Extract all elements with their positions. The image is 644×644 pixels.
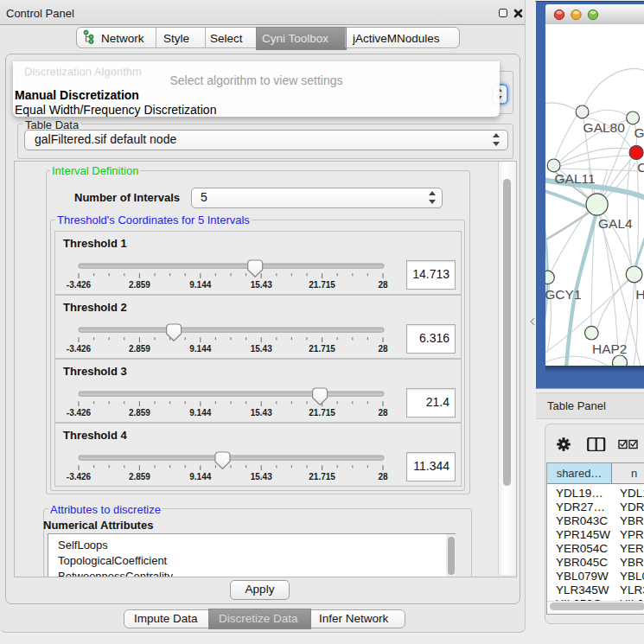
svg-text:9.144: 9.144 [189, 344, 211, 354]
svg-text:GAL4: GAL4 [598, 216, 633, 231]
svg-text:9.144: 9.144 [189, 408, 211, 418]
svg-text:15.43: 15.43 [251, 472, 272, 481]
svg-text:GAL11: GAL11 [555, 171, 596, 186]
svg-text:15.43: 15.43 [251, 280, 272, 290]
svg-text:GAL80: GAL80 [583, 120, 626, 135]
svg-text:21.715: 21.715 [309, 472, 335, 481]
svg-text:GAL7: GAL7 [634, 125, 644, 140]
svg-text:21.715: 21.715 [309, 280, 335, 290]
svg-text:HI: HI [636, 287, 644, 302]
svg-text:15.43: 15.43 [251, 344, 272, 354]
svg-text:28: 28 [378, 280, 388, 290]
svg-text:CY: CY [637, 160, 644, 175]
svg-text:-3.426: -3.426 [67, 280, 92, 290]
svg-text:21.715: 21.715 [309, 408, 335, 418]
svg-text:2.859: 2.859 [129, 280, 150, 290]
svg-text:-3.426: -3.426 [67, 408, 92, 418]
svg-text:28: 28 [378, 408, 388, 418]
svg-text:2.859: 2.859 [129, 472, 150, 481]
svg-text:-3.426: -3.426 [67, 344, 92, 354]
svg-text:-3.426: -3.426 [67, 472, 92, 481]
svg-text:28: 28 [378, 472, 388, 481]
svg-text:9.144: 9.144 [189, 472, 211, 481]
svg-text:15.43: 15.43 [251, 408, 272, 418]
svg-text:21.715: 21.715 [309, 344, 335, 354]
svg-text:HAP2: HAP2 [592, 341, 628, 356]
svg-text:2.859: 2.859 [129, 408, 150, 418]
svg-text:28: 28 [378, 344, 388, 354]
svg-text:9.144: 9.144 [189, 280, 211, 290]
svg-text:GCY1: GCY1 [545, 287, 582, 302]
svg-text:2.859: 2.859 [129, 344, 150, 354]
